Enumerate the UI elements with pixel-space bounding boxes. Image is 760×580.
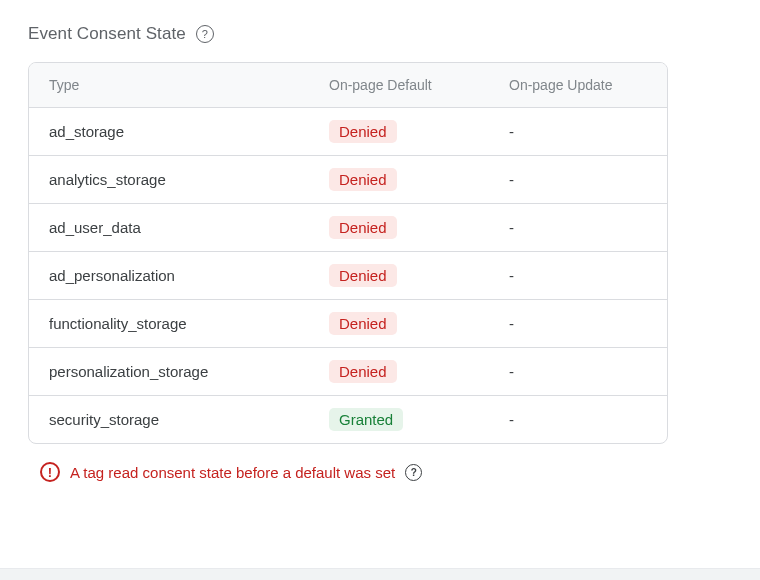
consent-table: Type On-page Default On-page Update ad_s…	[29, 63, 667, 443]
cell-default: Denied	[309, 252, 489, 300]
cell-default: Denied	[309, 156, 489, 204]
column-header-type: Type	[29, 63, 309, 108]
cell-update: -	[489, 204, 667, 252]
table-row: analytics_storageDenied-	[29, 156, 667, 204]
cell-type: personalization_storage	[29, 348, 309, 396]
status-badge: Denied	[329, 216, 397, 239]
cell-type: analytics_storage	[29, 156, 309, 204]
cell-default: Denied	[309, 204, 489, 252]
consent-alert: ! A tag read consent state before a defa…	[28, 462, 732, 482]
cell-default: Denied	[309, 348, 489, 396]
cell-type: ad_storage	[29, 108, 309, 156]
help-icon[interactable]: ?	[405, 464, 422, 481]
table-row: functionality_storageDenied-	[29, 300, 667, 348]
table-row: security_storageGranted-	[29, 396, 667, 444]
cell-type: ad_personalization	[29, 252, 309, 300]
section-header: Event Consent State ?	[28, 24, 732, 44]
cell-default: Denied	[309, 300, 489, 348]
alert-text: A tag read consent state before a defaul…	[70, 464, 395, 481]
cell-default: Granted	[309, 396, 489, 444]
error-icon: !	[40, 462, 60, 482]
status-badge: Denied	[329, 312, 397, 335]
status-badge: Denied	[329, 360, 397, 383]
status-badge: Denied	[329, 168, 397, 191]
table-row: personalization_storageDenied-	[29, 348, 667, 396]
cell-type: ad_user_data	[29, 204, 309, 252]
help-icon[interactable]: ?	[196, 25, 214, 43]
column-header-default: On-page Default	[309, 63, 489, 108]
cell-update: -	[489, 348, 667, 396]
column-header-update: On-page Update	[489, 63, 667, 108]
consent-table-wrapper: Type On-page Default On-page Update ad_s…	[28, 62, 668, 444]
cell-update: -	[489, 252, 667, 300]
footer-divider	[0, 568, 760, 580]
cell-update: -	[489, 108, 667, 156]
status-badge: Granted	[329, 408, 403, 431]
table-row: ad_personalizationDenied-	[29, 252, 667, 300]
table-row: ad_storageDenied-	[29, 108, 667, 156]
section-title: Event Consent State	[28, 24, 186, 44]
cell-type: functionality_storage	[29, 300, 309, 348]
cell-type: security_storage	[29, 396, 309, 444]
cell-update: -	[489, 300, 667, 348]
status-badge: Denied	[329, 264, 397, 287]
cell-update: -	[489, 156, 667, 204]
cell-default: Denied	[309, 108, 489, 156]
cell-update: -	[489, 396, 667, 444]
status-badge: Denied	[329, 120, 397, 143]
table-row: ad_user_dataDenied-	[29, 204, 667, 252]
